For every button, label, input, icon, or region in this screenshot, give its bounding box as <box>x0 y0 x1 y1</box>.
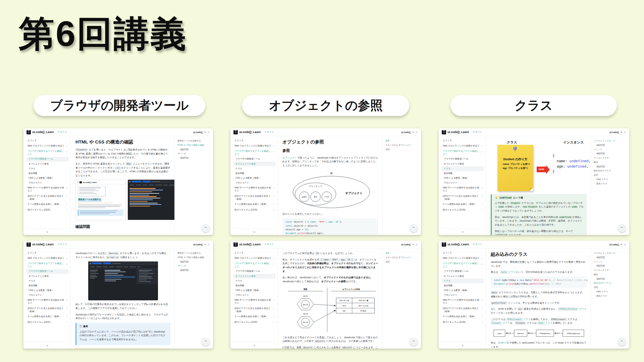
sidebar-item[interactable]: 現代のアプリを支える技術を学ぼう（発展）› <box>441 194 484 201</box>
sidebar-item[interactable]: CSS による配置（発展） <box>441 176 484 180</box>
toc-item[interactable]: 確認問題 <box>594 278 628 280</box>
sidebar-item[interactable]: プロジェクト <box>26 293 69 297</box>
toc-item[interactable]: 演習 <box>594 286 628 289</box>
scroll-to-top-button[interactable]: ⌃ <box>202 338 210 346</box>
toc-item[interactable]: デバッガ <box>177 152 211 155</box>
toc-item[interactable]: 確認問題 <box>594 165 628 168</box>
toc-item[interactable]: 継承 <box>594 161 628 164</box>
sidebar-item[interactable]: ブラウザで動作するアプリを構築しよう⌄ <box>233 261 276 269</box>
toc-item[interactable]: 確認問題 <box>594 144 628 146</box>
sidebar-item[interactable]: 旧カリキュラム (2020)› <box>441 320 484 325</box>
sidebar-item[interactable]: ブラウザの開発者ツール <box>441 269 484 274</box>
sidebar-item[interactable]: オブジェクトの参照 <box>26 162 69 166</box>
sidebar-item[interactable]: ブラウザの開発者ツール <box>233 157 276 162</box>
toc-item[interactable]: 参照 <box>385 252 419 254</box>
sidebar-item[interactable]: 現代のアプリを支える技術を学ぼう（発展）› <box>26 194 69 201</box>
scroll-to-top-button[interactable]: ⌃ <box>410 224 418 232</box>
text-link[interactable]: クラス <box>508 270 516 274</box>
sidebar-item[interactable]: ようこそ <box>233 138 276 143</box>
sidebar-item[interactable]: 旧カリキュラム (2020)› <box>233 208 276 213</box>
theme-toggle-icon[interactable]: ☼ <box>415 243 418 246</box>
sidebar-item[interactable]: クラス <box>233 279 276 283</box>
toc-item[interactable]: 参照 <box>385 139 419 142</box>
toc-item[interactable]: ネストされたオブジェクト <box>385 256 419 259</box>
toc-item[interactable]: 開発者ツールを起動する <box>177 252 211 254</box>
sidebar-collapse-button[interactable]: « <box>233 228 276 235</box>
code-chip-link[interactable]: Date <box>500 270 508 274</box>
sidebar-item[interactable]: Web プログラミングの基礎を学ぼう› <box>233 256 276 261</box>
text-link[interactable]: DOM の節 <box>498 341 509 344</box>
sidebar-item[interactable]: 無名関数 <box>233 283 276 288</box>
sidebar-item[interactable]: チーム開発を始める前に（発展）› <box>26 202 69 207</box>
sidebar-item[interactable]: 旧カリキュラム (2020)› <box>233 320 276 325</box>
sidebar-item[interactable]: Web プログラミングの基礎を学ぼう› <box>441 256 484 261</box>
toc-item[interactable]: 確認問題 <box>177 148 211 151</box>
sidebar-item[interactable]: 無名関数 <box>441 171 484 176</box>
sidebar-item[interactable]: Web サーバーが動作する仕組みを知ろう› <box>233 298 276 306</box>
sidebar-item[interactable]: 無名関数 <box>441 283 484 288</box>
external-site-link[interactable]: ut.code(); <box>609 131 620 133</box>
sidebar-item[interactable]: Web プログラミングの基礎を学ぼう› <box>233 143 276 148</box>
sidebar-item[interactable]: 現代のアプリを支える技術を学ぼう（発展）› <box>26 306 69 314</box>
sidebar-collapse-button[interactable]: « <box>441 228 484 235</box>
sidebar-item[interactable]: クラス <box>233 166 276 171</box>
code-chip-link[interactable]: HTMLDivElement <box>558 307 579 311</box>
toc-item[interactable]: HTML や CSS の構造の確認 <box>177 144 211 146</box>
text-link[interactable]: クラス <box>545 321 553 324</box>
toc-item[interactable]: メソッド <box>594 148 628 151</box>
sidebar-item[interactable]: 無名関数 <box>26 283 69 288</box>
toc-item[interactable]: クラスとインスタンス <box>594 139 628 142</box>
sidebar-item[interactable]: Web プログラミングの基礎を学ぼう› <box>26 256 69 261</box>
text-link[interactable]: クラス <box>523 318 531 321</box>
sidebar-item[interactable]: ようこそ <box>26 251 69 255</box>
sidebar-collapse-button[interactable]: « <box>441 342 484 349</box>
sidebar-collapse-button[interactable]: « <box>26 342 69 349</box>
sidebar-item[interactable]: Web プログラミングの基礎を学ぼう› <box>26 143 69 148</box>
sidebar-item[interactable]: 現代のアプリを支える技術を学ぼう（発展）› <box>233 306 276 314</box>
sidebar-item[interactable]: Web プログラミングの基礎を学ぼう› <box>441 143 484 148</box>
sidebar-item[interactable]: クラス <box>441 279 484 283</box>
scroll-to-top-button[interactable]: ⌃ <box>618 224 626 232</box>
sidebar-item[interactable]: プロジェクト <box>233 293 276 297</box>
sidebar-item[interactable]: CSS による配置（発展） <box>233 176 276 180</box>
sidebar-item[interactable]: ブラウザで動作するアプリを構築しよう⌄ <box>26 261 69 269</box>
sidebar-item[interactable]: 現代のアプリを支える技術を学ぼう（発展）› <box>441 306 484 314</box>
toc-item[interactable]: 図形クラス <box>594 295 628 297</box>
sidebar-item[interactable]: チーム開発を始める前に（発展）› <box>441 202 484 207</box>
toc-item[interactable]: 確認問題 <box>594 264 628 267</box>
sidebar-item[interactable]: プロジェクト <box>441 180 484 185</box>
sidebar-item[interactable]: ブラウザで動作するアプリを構築しよう⌄ <box>441 149 484 157</box>
sidebar-item[interactable]: クラス <box>26 166 69 171</box>
sidebar-item[interactable]: クラス <box>26 279 69 283</box>
toc-item[interactable]: 確認問題 <box>177 269 211 272</box>
sidebar-item[interactable]: ようこそ <box>26 138 69 143</box>
code-chip-link[interactable]: HTMLElement <box>506 318 523 321</box>
sidebar-item[interactable]: チーム開発を始める前に（発展）› <box>26 314 69 319</box>
nav-link-text[interactable]: テキスト <box>473 243 482 246</box>
external-site-link[interactable]: ut.code(); <box>401 243 411 246</box>
sidebar-item[interactable]: Web サーバーが動作する仕組みを知ろう› <box>26 298 69 306</box>
toc-item[interactable]: 組み込みのクラス <box>594 169 628 172</box>
toc-item[interactable]: 演習 <box>594 174 628 176</box>
toc-item[interactable]: 確認問題 <box>594 152 628 155</box>
sidebar-item[interactable]: チーム開発を始める前に（発展）› <box>233 202 276 207</box>
sidebar-collapse-button[interactable]: « <box>26 228 69 235</box>
sidebar-item[interactable]: Web サーバーが動作する仕組みを知ろう› <box>441 298 484 306</box>
toc-item[interactable]: 確認問題 <box>594 256 628 259</box>
external-site-link[interactable]: ut.code(); <box>193 243 203 246</box>
sidebar-item[interactable]: ブラウザで動作するアプリを構築しよう⌄ <box>26 149 69 157</box>
toc-item[interactable]: デバッガ <box>177 264 211 267</box>
toc-item[interactable]: 継承 <box>594 273 628 276</box>
sidebar-item[interactable]: 現代のアプリを支える技術を学ぼう（発展）› <box>233 194 276 201</box>
external-site-link[interactable]: ut.code(); <box>193 131 203 133</box>
sidebar-item[interactable]: CSS による配置（発展） <box>233 288 276 293</box>
sidebar-item[interactable]: ブラウザの開発者ツール <box>233 269 276 274</box>
scroll-to-top-button[interactable]: ⌃ <box>202 224 210 232</box>
text-link[interactable]: クラス <box>578 307 586 310</box>
toc-item[interactable]: 演習 <box>385 148 419 151</box>
sidebar-item[interactable]: ブラウザの開発者ツール <box>26 157 69 162</box>
toc-item[interactable]: 組み込みのクラス <box>594 282 628 284</box>
sidebar-item[interactable]: CSS による配置（発展） <box>26 176 69 180</box>
sidebar-item[interactable]: ブラウザの開発者ツール <box>26 269 69 274</box>
toc-item[interactable]: Date クラス <box>594 178 628 181</box>
